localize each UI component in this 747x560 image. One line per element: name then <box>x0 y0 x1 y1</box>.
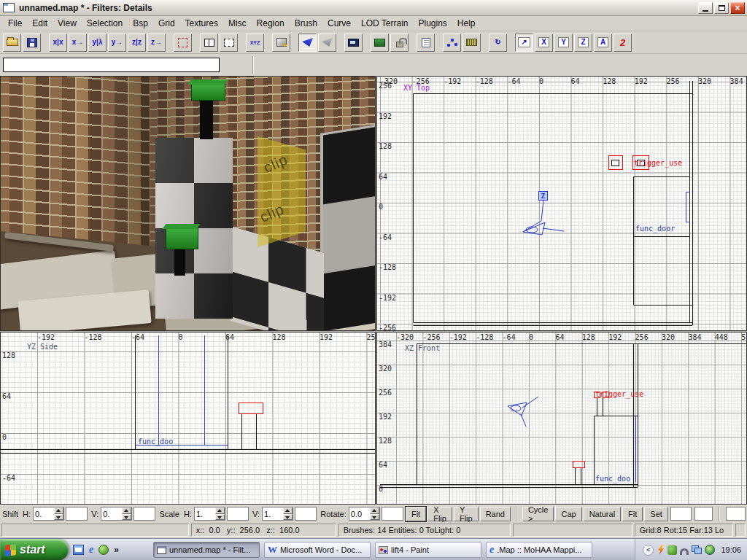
menu-lod-terrain[interactable]: LOD Terrain <box>356 17 413 30</box>
show-entities-button[interactable]: 2 <box>614 34 632 52</box>
rotate-y-button[interactable]: y→ <box>108 34 126 52</box>
shift-h-field[interactable] <box>66 507 88 521</box>
menu-bsp[interactable]: Bsp <box>128 17 153 30</box>
refresh-button[interactable]: ↻ <box>489 34 507 52</box>
flip-x-button[interactable]: x|x <box>49 34 67 52</box>
shift-v-spinner[interactable]: 0. <box>101 507 132 521</box>
ruler-tick: -256 <box>422 333 440 341</box>
menu-brush[interactable]: Brush <box>290 17 322 30</box>
texture-paint-button[interactable] <box>272 34 290 52</box>
shift-v-field[interactable] <box>133 507 155 521</box>
camera-gray-button[interactable] <box>318 34 336 52</box>
cap-cap-button[interactable]: Cap <box>555 507 581 521</box>
ie-quicklaunch-icon[interactable]: e <box>89 544 93 556</box>
extra-field-1[interactable] <box>670 507 692 521</box>
menu-region[interactable]: Region <box>252 17 290 30</box>
viewport-3d[interactable]: clip clip <box>0 76 376 331</box>
xy-geometry <box>377 77 747 331</box>
camera-z-marker[interactable]: Z <box>538 191 548 201</box>
viewport-xy-top[interactable]: -320-256-192-128-64064128192256320384 25… <box>376 76 747 331</box>
fit-y-flip-button[interactable]: Y Flip <box>454 507 479 521</box>
cap-natural-button[interactable]: Natural <box>584 507 621 521</box>
lightning-tray-icon[interactable] <box>657 545 665 555</box>
layout-split-button[interactable] <box>200 34 218 52</box>
workspace: clip clip <box>0 76 747 505</box>
texture-lock-button[interactable] <box>390 34 409 52</box>
layout-split-icon <box>204 39 214 47</box>
menu-edit[interactable]: Edit <box>27 17 53 30</box>
menu-textures[interactable]: Textures <box>180 17 223 30</box>
trigger-entities <box>239 403 263 414</box>
rotate-field[interactable] <box>382 507 403 521</box>
fit-fit-button[interactable]: Fit <box>406 507 426 521</box>
headset-tray-icon[interactable] <box>680 548 689 555</box>
collapse-tray-icon[interactable]: < <box>643 545 654 556</box>
rotate-z-button[interactable]: z→ <box>147 34 166 52</box>
screen-button[interactable] <box>344 34 363 52</box>
menu-misc[interactable]: Misc <box>223 17 252 30</box>
viewport-xz-front[interactable]: -320-256-192-128-64064128192256320384448… <box>376 332 747 505</box>
msn-quicklaunch-icon[interactable] <box>98 545 109 555</box>
lock-y-button[interactable]: Y <box>554 34 573 52</box>
fit-x-flip-button[interactable]: X Flip <box>427 507 452 521</box>
fit-rand-button[interactable]: Rand <box>480 507 511 521</box>
extra-field-3[interactable] <box>726 507 746 521</box>
minimize-button[interactable] <box>698 2 713 14</box>
lock-a-button[interactable]: A <box>594 34 612 52</box>
scale-v-field[interactable] <box>295 507 317 521</box>
save-button[interactable] <box>23 34 41 52</box>
layout-region-button[interactable] <box>220 34 238 52</box>
cap-set-button[interactable]: Set <box>644 507 668 521</box>
open-button[interactable] <box>3 34 21 52</box>
start-button[interactable]: start <box>0 539 69 560</box>
cap-cycle--button[interactable]: Cycle > <box>522 507 554 521</box>
ruler-tick: 0 <box>529 333 533 341</box>
task-button[interactable]: lift4 - Paint <box>375 542 481 558</box>
free-rotate-button[interactable]: ↗ <box>515 34 533 52</box>
lock-x-button[interactable]: X <box>535 34 553 52</box>
toolbar-separator <box>436 34 442 52</box>
texture-name-input[interactable] <box>3 58 220 72</box>
network-tray-icon[interactable] <box>692 545 702 554</box>
task-button[interactable]: WMicrosoft Word - Doc... <box>264 542 371 558</box>
outlook-quicklaunch-icon[interactable] <box>73 545 84 555</box>
ruler-tick: 320 <box>662 333 675 341</box>
menu-curve[interactable]: Curve <box>322 17 356 30</box>
texture-window-button[interactable] <box>371 34 389 52</box>
ruler-tick: -128 <box>476 77 493 85</box>
menu-view[interactable]: View <box>53 17 82 30</box>
vertex-mode-button[interactable] <box>443 34 461 52</box>
camera-blue-button[interactable] <box>298 34 317 52</box>
close-button[interactable]: × <box>730 2 745 14</box>
task-button[interactable]: unnamed.map * - Filt... <box>153 542 260 558</box>
menu-file[interactable]: File <box>3 17 27 30</box>
scale-h-spinner[interactable]: 1. <box>194 507 225 521</box>
measure-button[interactable] <box>462 34 481 52</box>
flip-y-button[interactable]: y|λ <box>88 34 107 52</box>
task-button[interactable]: e.Map :: MoHAA Mappi... <box>486 542 592 558</box>
restore-button[interactable] <box>714 2 729 14</box>
xyz-view-button[interactable]: XYZ <box>246 34 264 52</box>
menu-selection[interactable]: Selection <box>82 17 128 30</box>
viewport-yz-side[interactable]: -192-128-64064128192256 128640-64 YZ Sid… <box>0 332 376 505</box>
bar-divider <box>719 507 720 521</box>
rotate-spinner[interactable]: 0.0 <box>349 507 380 521</box>
scale-h-field[interactable] <box>227 507 249 521</box>
shift-h-spinner[interactable]: 0. <box>33 507 64 521</box>
menu-grid[interactable]: Grid <box>153 17 180 30</box>
selection-outline-icon <box>178 38 187 47</box>
menu-plugins[interactable]: Plugins <box>413 17 452 30</box>
selection-outline-button[interactable] <box>174 34 192 52</box>
flip-z-button[interactable]: z|z <box>128 34 146 52</box>
status-grip <box>735 524 746 537</box>
cap-fit-button[interactable]: Fit <box>622 507 643 521</box>
rotate-x-button[interactable]: x→ <box>69 34 87 52</box>
console-button[interactable] <box>417 34 435 52</box>
lock-z-button[interactable]: Z <box>574 34 592 52</box>
quicklaunch-overflow-chevron[interactable]: » <box>114 545 119 555</box>
extra-field-2[interactable] <box>694 507 713 521</box>
globe-tray-icon[interactable] <box>705 545 715 555</box>
scale-v-spinner[interactable]: 1. <box>262 507 293 521</box>
menu-help[interactable]: Help <box>452 17 481 30</box>
messenger-tray-icon[interactable] <box>667 545 677 555</box>
